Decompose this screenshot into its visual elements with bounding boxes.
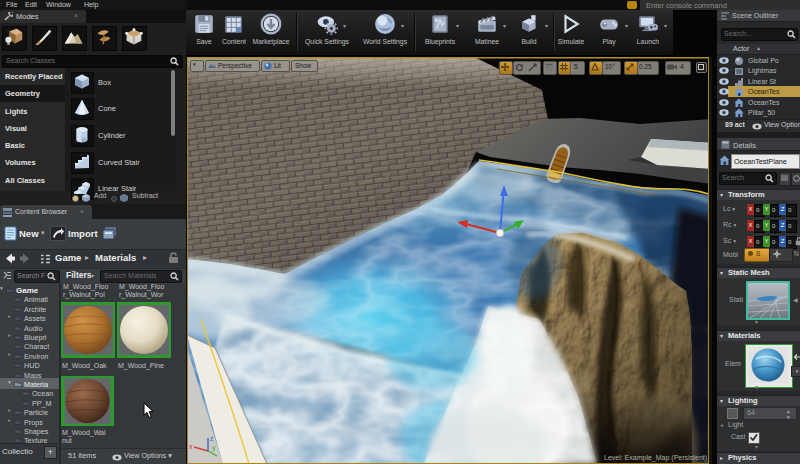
svg-text:Level: Example_Map (Persisten: Level: Example_Map (Persistent) xyxy=(604,454,707,462)
svg-text:z: z xyxy=(210,435,214,442)
svg-text:x: x xyxy=(189,443,193,450)
svg-text:y: y xyxy=(212,444,216,452)
